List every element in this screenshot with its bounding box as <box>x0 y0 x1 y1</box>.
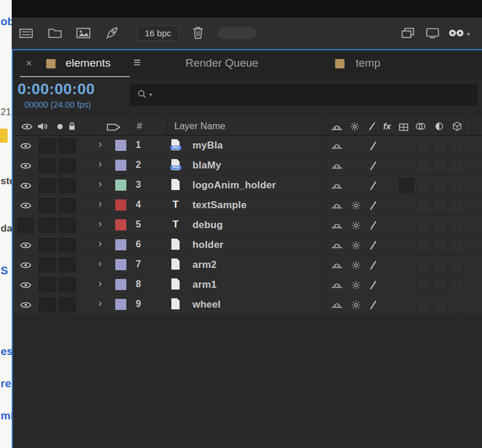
quality-slash-icon[interactable] <box>367 220 380 230</box>
switch-cell[interactable] <box>416 158 431 173</box>
expand-chevron-icon[interactable] <box>98 197 102 210</box>
shy-icon[interactable] <box>330 299 343 310</box>
solo-lock-cell[interactable] <box>58 297 76 312</box>
label-color-swatch[interactable] <box>115 219 126 230</box>
label-color-swatch[interactable] <box>115 199 126 211</box>
table-row[interactable]: 5 debug <box>13 215 482 235</box>
table-row[interactable]: 3 logoAnim_holder <box>13 175 482 195</box>
search-input[interactable] <box>159 87 469 103</box>
expand-chevron-icon[interactable] <box>98 177 102 190</box>
panel-menu-icon[interactable]: ≡ <box>133 55 141 70</box>
solo-lock-cell[interactable] <box>58 257 76 273</box>
label-color-swatch[interactable] <box>115 279 126 290</box>
switch-cell[interactable] <box>433 277 447 292</box>
expand-chevron-icon[interactable] <box>98 257 102 270</box>
label-color-swatch[interactable] <box>115 140 126 151</box>
layer-name[interactable]: wheel <box>192 299 221 311</box>
video-visibility-toggle[interactable] <box>18 138 34 153</box>
video-visibility-toggle[interactable] <box>18 178 34 193</box>
current-time-display[interactable]: 0:00:00:00 <box>18 80 95 98</box>
shy-icon[interactable] <box>330 280 343 290</box>
video-visibility-toggle[interactable] <box>18 198 34 213</box>
video-visibility-toggle[interactable] <box>18 218 34 233</box>
table-row[interactable]: 7 arm2 <box>13 255 482 275</box>
shy-icon[interactable] <box>330 180 343 191</box>
switch-cell[interactable] <box>449 237 464 253</box>
table-row[interactable]: 2 blaMy <box>13 156 482 175</box>
solo-lock-cell[interactable] <box>58 158 76 173</box>
collapse-sun-icon[interactable] <box>349 260 362 270</box>
switch-cell[interactable] <box>449 198 464 213</box>
table-row[interactable]: 6 holder <box>13 235 482 255</box>
expand-chevron-icon[interactable] <box>98 297 102 309</box>
table-row[interactable]: 1 myBla <box>13 136 482 156</box>
layer-name[interactable]: arm1 <box>192 279 216 291</box>
layer-name[interactable]: debug <box>192 219 223 231</box>
solo-lock-cell[interactable] <box>58 178 76 193</box>
switch-cell[interactable] <box>433 158 447 173</box>
table-row[interactable]: 8 arm1 <box>13 275 482 295</box>
switch-cell[interactable] <box>416 277 431 292</box>
audio-cell[interactable] <box>39 198 56 213</box>
solo-lock-cell[interactable] <box>58 277 76 292</box>
collapse-sun-icon[interactable] <box>349 220 362 230</box>
layer-name-column-header[interactable]: Layer Name <box>174 121 225 132</box>
audio-cell[interactable] <box>39 158 56 173</box>
video-visibility-toggle[interactable] <box>18 297 34 312</box>
switch-cell[interactable] <box>449 277 464 292</box>
switch-cell[interactable] <box>416 218 431 233</box>
label-color-swatch[interactable] <box>115 299 126 310</box>
shy-icon[interactable] <box>330 240 343 250</box>
bit-depth-button[interactable]: 16 bpc <box>137 25 179 41</box>
switch-cell[interactable] <box>449 257 464 273</box>
collapse-sun-icon[interactable] <box>349 299 362 310</box>
glasses-icon[interactable] <box>448 29 464 40</box>
solo-lock-cell[interactable] <box>58 237 76 253</box>
quality-slash-icon[interactable] <box>367 240 380 250</box>
trash-icon[interactable] <box>192 26 204 42</box>
expand-chevron-icon[interactable] <box>98 277 102 290</box>
tab-elements[interactable]: elements <box>66 57 111 70</box>
audio-cell[interactable] <box>39 277 56 292</box>
interpret-footage-icon[interactable] <box>19 27 34 42</box>
audio-cell[interactable] <box>39 257 56 273</box>
layers-icon[interactable] <box>401 27 415 41</box>
switch-cell[interactable] <box>433 138 447 153</box>
collapse-sun-icon[interactable] <box>349 240 362 250</box>
tab-temp[interactable]: temp <box>356 57 380 70</box>
layer-name[interactable]: myBla <box>192 140 223 151</box>
footage-icon[interactable] <box>76 27 91 41</box>
layer-name[interactable]: logoAnim_holder <box>192 180 276 191</box>
shy-icon[interactable] <box>330 200 343 211</box>
shy-icon[interactable] <box>330 260 343 270</box>
label-color-swatch[interactable] <box>115 180 126 191</box>
switch-cell[interactable] <box>416 297 431 312</box>
rocket-icon[interactable] <box>105 26 119 42</box>
search-options-caret-icon[interactable]: ▾ <box>149 91 152 98</box>
audio-cell[interactable] <box>39 178 56 193</box>
label-color-swatch[interactable] <box>115 259 126 270</box>
quality-slash-icon[interactable] <box>367 299 380 310</box>
layer-name[interactable]: blaMy <box>192 160 221 171</box>
close-tab-icon[interactable]: × <box>26 57 32 70</box>
table-row[interactable]: 9 wheel <box>13 295 482 315</box>
display-icon[interactable] <box>426 27 439 41</box>
video-visibility-toggle[interactable] <box>18 237 34 253</box>
switch-cell[interactable] <box>433 218 447 233</box>
solo-lock-cell[interactable] <box>58 138 76 153</box>
switch-cell[interactable] <box>449 297 464 312</box>
chevron-down-icon[interactable]: ▾ <box>467 30 470 38</box>
switch-cell[interactable] <box>416 257 431 273</box>
quality-slash-icon[interactable] <box>367 180 380 191</box>
switch-cell[interactable] <box>433 257 447 273</box>
switch-cell[interactable] <box>449 158 464 173</box>
layer-search-box[interactable]: ▾ <box>130 84 477 106</box>
quality-slash-icon[interactable] <box>367 160 380 171</box>
switch-cell[interactable] <box>416 237 431 253</box>
switch-cell[interactable] <box>449 218 464 233</box>
switch-cell[interactable] <box>416 198 431 213</box>
switch-cell[interactable] <box>433 198 447 213</box>
table-row[interactable]: 4 textSample <box>13 195 482 215</box>
label-color-swatch[interactable] <box>115 239 126 250</box>
audio-cell[interactable] <box>39 297 56 312</box>
